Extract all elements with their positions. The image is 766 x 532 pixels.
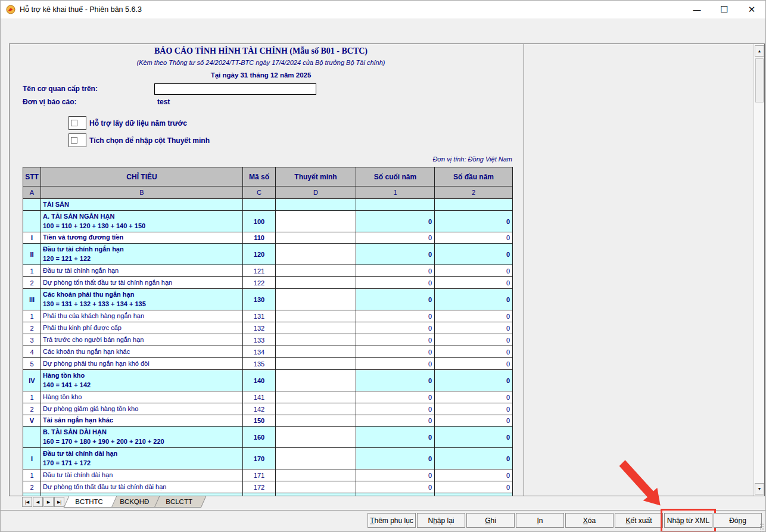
row-begin-value[interactable]: 0 <box>435 277 513 289</box>
table-row[interactable]: 2 Dự phòng tổn thất đầu tư tài chính ngắ… <box>23 277 513 289</box>
row-begin-value[interactable]: 0 <box>435 358 513 370</box>
scroll-up-icon[interactable]: ▲ <box>755 45 764 57</box>
nav-last-icon[interactable]: ▶| <box>54 497 64 507</box>
row-thuyetminh-cell[interactable] <box>276 403 356 415</box>
row-end-value[interactable]: 0 <box>356 244 435 265</box>
row-end-value[interactable]: 0 <box>356 277 435 289</box>
row-end-value[interactable]: 0 <box>356 481 435 493</box>
row-end-value[interactable]: 0 <box>356 448 435 469</box>
row-begin-value[interactable]: 0 <box>435 403 513 415</box>
table-row[interactable]: 5 Dự phòng phải thu ngắn hạn khó đòi 135… <box>23 358 513 370</box>
row-begin-value[interactable]: 0 <box>435 244 513 265</box>
row-thuyetminh-cell[interactable] <box>276 289 356 310</box>
table-row[interactable]: 2 Dự phòng tổn thất đầu tư tài chính dài… <box>23 481 513 493</box>
row-thuyetminh-cell[interactable] <box>276 334 356 346</box>
table-row[interactable]: 1 Hàng tồn kho 141 0 0 <box>23 391 513 403</box>
table-row[interactable]: IV Hàng tồn kho140 = 141 + 142 140 0 0 <box>23 370 513 391</box>
row-begin-value[interactable]: 0 <box>435 265 513 277</box>
row-thuyetminh-cell[interactable] <box>276 481 356 493</box>
button-in[interactable]: In <box>516 513 564 528</box>
table-row[interactable]: A. TÀI SẢN NGẮN HẠN100 = 110 + 120 + 130… <box>23 211 513 232</box>
row-begin-value[interactable]: 0 <box>435 289 513 310</box>
table-row[interactable]: 2 Phải thu kinh phí được cấp 132 0 0 <box>23 322 513 334</box>
row-thuyetminh-cell[interactable] <box>276 310 356 322</box>
row-end-value[interactable]: 0 <box>356 322 435 334</box>
row-begin-value[interactable]: 0 <box>435 448 513 469</box>
row-end-value[interactable]: 0 <box>356 358 435 370</box>
row-thuyetminh-cell[interactable] <box>276 199 356 211</box>
table-row[interactable]: I Đầu tư tài chính dài hạn170 = 171 + 17… <box>23 448 513 469</box>
table-row[interactable]: 1 Đầu tư tài chính ngắn hạn 121 0 0 <box>23 265 513 277</box>
row-begin-value[interactable]: 0 <box>435 427 513 448</box>
row-begin-value[interactable]: 0 <box>435 391 513 403</box>
table-row[interactable]: 2 Dự phòng giảm giá hàng tồn kho 142 0 0 <box>23 403 513 415</box>
parent-agency-input[interactable] <box>154 83 316 95</box>
row-thuyetminh-cell[interactable] <box>276 370 356 391</box>
close-button[interactable]: ✕ <box>738 1 765 18</box>
nav-next-icon[interactable]: ▶ <box>43 497 54 507</box>
row-begin-value[interactable]: 0 <box>435 232 513 244</box>
table-row[interactable]: 1 Đầu tư tài chính dài hạn 171 0 0 <box>23 469 513 481</box>
table-row[interactable]: 3 Trả trước cho người bán ngắn hạn 133 0… <box>23 334 513 346</box>
row-thuyetminh-cell[interactable] <box>276 448 356 469</box>
row-begin-value[interactable]: 0 <box>435 310 513 322</box>
row-end-value[interactable]: 0 <box>356 469 435 481</box>
row-begin-value[interactable] <box>435 199 513 211</box>
row-end-value[interactable]: 0 <box>356 334 435 346</box>
checkbox-prev-year-data[interactable] <box>68 116 86 130</box>
tab-bclctt[interactable]: BCLCTT <box>154 496 206 508</box>
row-end-value[interactable]: 0 <box>356 265 435 277</box>
tab-bcthtc[interactable]: BCTHTC <box>64 496 117 508</box>
button-nhập-từ-xml[interactable]: Nhập từ XML <box>664 513 712 528</box>
row-thuyetminh-cell[interactable] <box>276 346 356 358</box>
row-end-value[interactable]: 0 <box>356 211 435 232</box>
vertical-scrollbar[interactable]: ▲ ▼ <box>753 44 764 496</box>
scrollbar-thumb[interactable] <box>755 58 764 102</box>
row-end-value[interactable]: 0 <box>356 415 435 427</box>
row-end-value[interactable]: 0 <box>356 232 435 244</box>
row-thuyetminh-cell[interactable] <box>276 322 356 334</box>
row-thuyetminh-cell[interactable] <box>276 415 356 427</box>
row-thuyetminh-cell[interactable] <box>276 232 356 244</box>
row-begin-value[interactable]: 0 <box>435 322 513 334</box>
row-end-value[interactable]: 0 <box>356 427 435 448</box>
row-end-value[interactable]: 0 <box>356 289 435 310</box>
row-begin-value[interactable]: 0 <box>435 481 513 493</box>
row-begin-value[interactable]: 0 <box>435 211 513 232</box>
table-row[interactable]: B. TÀI SẢN DÀI HẠN160 = 170 + 180 + 190 … <box>23 427 513 448</box>
row-end-value[interactable]: 0 <box>356 346 435 358</box>
row-end-value[interactable]: 0 <box>356 403 435 415</box>
minimize-button[interactable]: — <box>683 1 711 18</box>
row-begin-value[interactable]: 0 <box>435 334 513 346</box>
resize-grip-icon[interactable] <box>759 523 764 531</box>
checkbox-thuyet-minh[interactable] <box>68 133 86 147</box>
table-row[interactable]: 1 Phải thu của khách hàng ngắn hạn 131 0… <box>23 310 513 322</box>
nav-first-icon[interactable]: |◀ <box>22 497 32 507</box>
button-thêm-phụ-lục[interactable]: Thêm phụ lục <box>368 513 416 528</box>
row-thuyetminh-cell[interactable] <box>276 391 356 403</box>
row-thuyetminh-cell[interactable] <box>276 469 356 481</box>
table-row[interactable]: 4 Các khoản thu ngắn hạn khác 134 0 0 <box>23 346 513 358</box>
row-end-value[interactable]: 0 <box>356 391 435 403</box>
table-row[interactable]: V Tài sản ngắn hạn khác 150 0 0 <box>23 415 513 427</box>
table-row[interactable]: TÀI SẢN <box>23 199 513 211</box>
button-ghi[interactable]: Ghi <box>466 513 515 528</box>
row-begin-value[interactable]: 0 <box>435 469 513 481</box>
row-end-value[interactable]: 0 <box>356 370 435 391</box>
row-thuyetminh-cell[interactable] <box>276 211 356 232</box>
row-thuyetminh-cell[interactable] <box>276 277 356 289</box>
button-nhập-lại[interactable]: Nhập lại <box>417 513 465 528</box>
table-row[interactable]: I Tiền và tương đương tiền 110 0 0 <box>23 232 513 244</box>
table-row[interactable]: III Các khoản phải thu ngắn hạn130 = 131… <box>23 289 513 310</box>
maximize-button[interactable]: ☐ <box>711 1 738 18</box>
row-end-value[interactable] <box>356 199 435 211</box>
table-row[interactable]: II Đầu tư tài chính ngắn hạn120 = 121 + … <box>23 244 513 265</box>
button-kết-xuất[interactable]: Kết xuất <box>615 513 663 528</box>
button-xóa[interactable]: Xóa <box>565 513 614 528</box>
row-end-value[interactable]: 0 <box>356 310 435 322</box>
button-đóng[interactable]: Đóng <box>714 513 762 528</box>
scroll-down-icon[interactable]: ▼ <box>755 483 764 494</box>
row-begin-value[interactable]: 0 <box>435 346 513 358</box>
row-begin-value[interactable]: 0 <box>435 415 513 427</box>
row-thuyetminh-cell[interactable] <box>276 244 356 265</box>
